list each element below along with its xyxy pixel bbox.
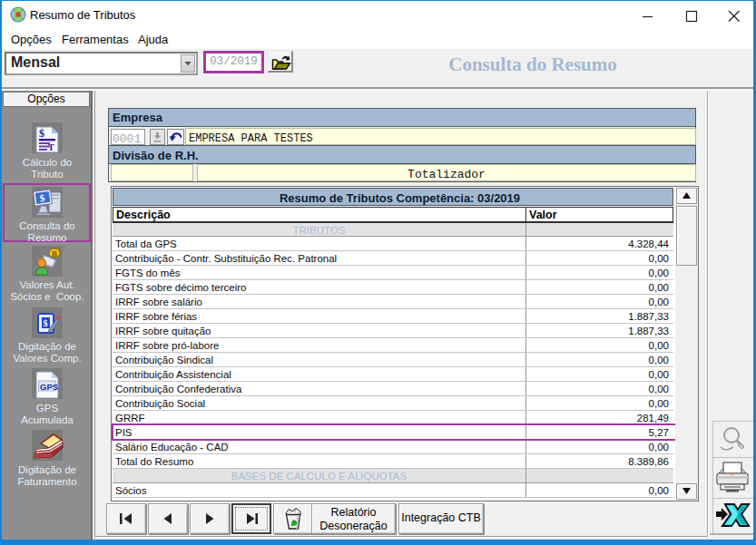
- svg-text:GPS: GPS: [40, 382, 58, 392]
- svg-text:$: $: [44, 318, 48, 328]
- svg-text:B: B: [52, 249, 57, 258]
- svg-text:$: $: [39, 127, 44, 140]
- svg-text:T: T: [48, 142, 54, 152]
